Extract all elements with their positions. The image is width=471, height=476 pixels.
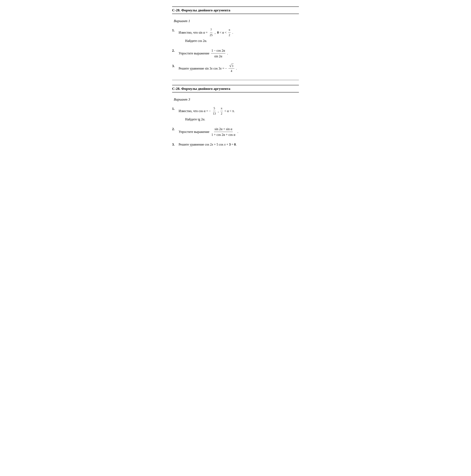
fraction-sqrt3-4-num: √ 3 (228, 63, 234, 69)
section2-header: С-28. Формулы двойного аргумента (172, 85, 299, 92)
v3-problem1-text3: < α < π. (225, 108, 235, 114)
v3-problem1-number: 1. (172, 106, 179, 111)
fraction-expr-v3: sin 2α + sin α 1 + cos 2α + cos α (211, 126, 236, 137)
section2-code: С-28. (172, 86, 180, 91)
fraction-sqrt3-4: √ 3 4 (228, 63, 234, 74)
v3-problem1-content: Известно, что cos α = − 5 13 , π 2 < α <… (179, 106, 299, 122)
problem1-text2: , 0 < α < (215, 30, 227, 35)
v3-problem2-text2: . (237, 129, 238, 134)
section-separator (172, 80, 299, 80)
problem1-text3: . (232, 30, 233, 35)
problem2-line1: Упростите выражение 1 − cos 2α sin 2α . (179, 48, 299, 59)
v3-problem1-find: Найдите tg 2α. (185, 117, 205, 122)
v3-problem3-text: Решите уравнение cos 2x + 5 cos x + 3 = … (179, 142, 237, 147)
fraction-pi-2: π 2 (228, 28, 231, 37)
variant1-problem2: 2. Упростите выражение 1 − cos 2α sin 2α… (172, 48, 299, 59)
variant3-problem2: 2. Упростите выражение sin 2α + sin α 1 … (172, 126, 299, 137)
section1-header: С-28. Формулы двойного аргумента (172, 6, 299, 14)
problem1-number: 1. (172, 28, 179, 33)
problem1-text1: Известно, что sin α = (179, 30, 208, 35)
v3-problem3-content: Решите уравнение cos 2x + 5 cos x + 3 = … (179, 142, 299, 147)
fraction-sqrt3-4-den: 4 (230, 68, 233, 73)
v3-problem3-number: 3. (172, 142, 179, 147)
v3-problem3-line1: Решите уравнение cos 2x + 5 cos x + 3 = … (179, 142, 299, 147)
v3-problem1-line2: Найдите tg 2α. (185, 117, 299, 122)
problem3-number: 3. (172, 63, 179, 68)
variant1-problem3: 3. Решите уравнение sin 3x cos 3x = − √ … (172, 63, 299, 74)
fraction-pi-2-num: π (228, 28, 231, 33)
sqrt3: √ 3 (229, 64, 234, 68)
fraction-5-13-num: 5 (213, 106, 215, 111)
fraction-5-13: 5 13 (212, 106, 216, 116)
fraction-expr2: 1 − cos 2α sin 2α (211, 48, 226, 59)
problem1-line1: Известно, что sin α = 7 25 , 0 < α < π 2… (179, 28, 299, 37)
problem2-content: Упростите выражение 1 − cos 2α sin 2α . (179, 48, 299, 59)
v3-problem1-text1: Известно, что cos α = − (179, 108, 211, 114)
fraction-pi-2-v3: π 2 (220, 106, 223, 116)
section1-title: С-28. Формулы двойного аргумента (172, 8, 230, 12)
v3-problem2-text1: Упростите выражение (179, 129, 209, 134)
v3-problem2-content: Упростите выражение sin 2α + sin α 1 + c… (179, 126, 299, 137)
v3-problem2-line1: Упростите выражение sin 2α + sin α 1 + c… (179, 126, 299, 137)
section-variant1: С-28. Формулы двойного аргумента Вариант… (172, 6, 299, 73)
fraction-7-25-num: 7 (210, 28, 212, 33)
fraction-pi-2-v3-num: π (220, 106, 223, 111)
fraction-7-25-den: 25 (209, 33, 213, 37)
problem1-find: Найдите cos 2α. (185, 38, 207, 43)
variant3-title: Вариант 3 (174, 97, 299, 102)
sqrt-value: 3 (231, 64, 234, 68)
fraction-expr2-num: 1 − cos 2α (211, 48, 226, 53)
section2-title-text: Формулы двойного аргумента (181, 86, 230, 91)
section1-title-text: Формулы двойного аргумента (181, 8, 230, 12)
section-variant3: С-28. Формулы двойного аргумента Вариант… (172, 85, 299, 147)
problem1-line2: Найдите cos 2α. (185, 38, 299, 43)
fraction-pi-2-v3-den: 2 (220, 111, 223, 116)
problem2-text2: . (227, 51, 228, 56)
sqrt-symbol: √ (229, 64, 231, 68)
variant1-problem1: 1. Известно, что sin α = 7 25 , 0 < α < … (172, 28, 299, 43)
problem2-text1: Упростите выражение (179, 51, 209, 56)
v3-problem2-number: 2. (172, 126, 179, 132)
fraction-expr-v3-num: sin 2α + sin α (214, 126, 233, 132)
fraction-expr-v3-den: 1 + cos 2α + cos α (211, 132, 236, 137)
variant3-problem1: 1. Известно, что cos α = − 5 13 , π 2 < … (172, 106, 299, 122)
section2-title: С-28. Формулы двойного аргумента (172, 86, 230, 91)
problem2-number: 2. (172, 48, 179, 53)
section1-code: С-28. (172, 8, 180, 12)
problem3-line1: Решите уравнение sin 3x cos 3x = − √ 3 4… (179, 63, 299, 74)
fraction-expr2-den: sin 2α (214, 53, 223, 59)
problem3-content: Решите уравнение sin 3x cos 3x = − √ 3 4… (179, 63, 299, 74)
fraction-5-13-den: 13 (212, 111, 216, 116)
variant3-problem3: 3. Решите уравнение cos 2x + 5 cos x + 3… (172, 142, 299, 147)
variant1-title: Вариант 1 (174, 19, 299, 23)
v3-problem1-text2: , (218, 108, 219, 114)
problem1-content: Известно, что sin α = 7 25 , 0 < α < π 2… (179, 28, 299, 43)
fraction-7-25: 7 25 (209, 28, 213, 37)
problem3-text2: . (236, 66, 237, 71)
v3-problem1-line1: Известно, что cos α = − 5 13 , π 2 < α <… (179, 106, 299, 116)
fraction-pi-2-den: 2 (228, 33, 231, 37)
problem3-text1: Решите уравнение sin 3x cos 3x = − (179, 66, 227, 71)
